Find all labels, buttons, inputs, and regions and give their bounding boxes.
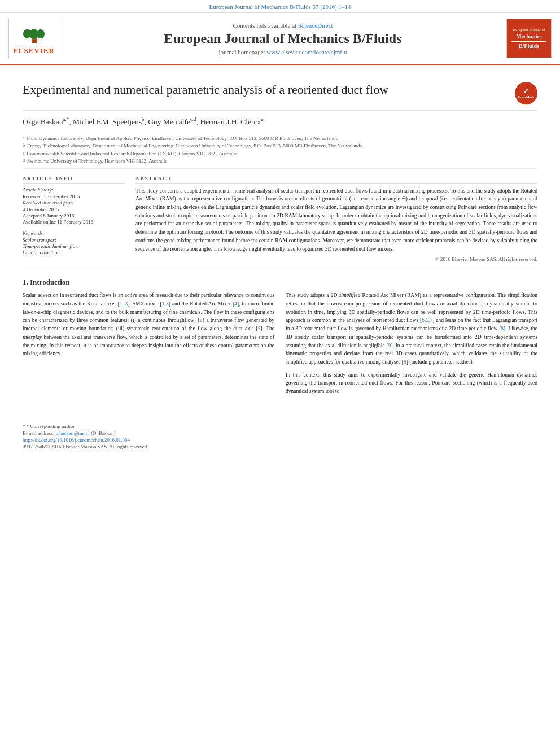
keyword-3: Chaotic advection	[23, 250, 124, 255]
journal-header: ELSEVIER Contents lists available at Sci…	[0, 13, 560, 65]
author-1-sup: a,*	[63, 116, 69, 122]
logo-journal-line2: Mechanics	[509, 33, 549, 40]
journal-homepage-link[interactable]: www.elsevier.com/locate/ejmflu	[266, 49, 347, 55]
affil-4-sup: d	[23, 158, 25, 165]
authors-section: Ozge Baskana,*, Michel F.M. Speetjensb, …	[23, 111, 537, 132]
journal-title: European Journal of Mechanics B/Fluids	[71, 31, 495, 46]
author-4-sup: a	[261, 116, 263, 122]
abstract-header: Abstract	[135, 176, 537, 184]
crossmark-inner: ✓ CrossMark	[518, 87, 534, 99]
authors-line: Ozge Baskana,*, Michel F.M. Speetjensb, …	[23, 116, 537, 126]
affil-4: d Swinburne University of Technology, Ha…	[23, 158, 537, 165]
ref-6-5-7[interactable]: 6,5,7	[422, 317, 432, 323]
corresponding-text: * Corresponding author.	[27, 423, 76, 429]
email-line: E-mail address: o.baskan@tue.nl (O. Bask…	[23, 430, 537, 436]
page: European Journal of Mechanics B/Fluids 5…	[0, 0, 560, 747]
doi-line: http://dx.doi.org/10.1016/j.euromechflu.…	[23, 437, 537, 443]
abstract-text: This study concerns a coupled experiment…	[135, 187, 537, 254]
revised-label: Received in revised form	[23, 200, 124, 206]
introduction-title: 1. Introduction	[23, 278, 537, 287]
article-title: Experimental and numerical parametric an…	[23, 82, 515, 98]
affil-4-text: Swinburne University of Technology, Hawt…	[27, 158, 167, 165]
author-3-sup: c,d	[190, 116, 196, 122]
email-suffix: (O. Baskan).	[91, 430, 117, 436]
ref-8[interactable]: 8	[501, 326, 504, 331]
top-journal-text: European Journal of Mechanics B/Fluids 5…	[209, 3, 351, 10]
journal-homepage: journal homepage: www.elsevier.com/locat…	[71, 49, 495, 55]
online-date: Available online 11 February 2016	[23, 219, 124, 225]
footer: * * Corresponding author. E-mail address…	[0, 409, 560, 455]
keywords-header: Keywords:	[23, 230, 124, 236]
affil-2-sup: b	[23, 142, 25, 150]
author-2-sup: b	[142, 116, 145, 122]
crossmark-badge: ✓ CrossMark	[515, 82, 537, 104]
history-label: Article history:	[23, 187, 124, 193]
right-col-p1: This study adopts a 2D simplified Rotate…	[286, 291, 537, 366]
ref-9[interactable]: 9	[388, 343, 391, 348]
affil-1: a Fluid Dynamics Laboratory, Department …	[23, 135, 537, 143]
abstract-paragraph: This study concerns a coupled experiment…	[135, 187, 537, 254]
right-column: This study adopts a 2D simplified Rotate…	[286, 291, 537, 400]
top-journal-bar: European Journal of Mechanics B/Fluids 5…	[0, 0, 560, 13]
elsevier-text: ELSEVIER	[11, 46, 56, 55]
keyword-2: Time-periodic laminar flow	[23, 243, 124, 249]
introduction-section: 1. Introduction Scalar advection in reor…	[23, 269, 537, 400]
crossmark-symbol: ✓	[518, 87, 534, 95]
header-center: Contents lists available at ScienceDirec…	[59, 22, 506, 55]
affil-3-text: Commonwealth Scientific and Industrial R…	[27, 150, 238, 158]
journal-logo-box: European Journal of Mechanics B/Fluids	[506, 19, 552, 58]
sciencedirect-link[interactable]: ScienceDirect	[298, 22, 333, 29]
copyright-line: © 2016 Elsevier Masson SAS. All rights r…	[135, 256, 537, 262]
contents-line: Contents lists available at ScienceDirec…	[71, 22, 495, 29]
doi-link[interactable]: http://dx.doi.org/10.1016/j.euromechflu.…	[23, 437, 130, 443]
affil-2-text: Energy Technology Laboratory, Department…	[27, 142, 362, 150]
ref-8b[interactable]: 8	[404, 359, 406, 365]
affil-2: b Energy Technology Laboratory, Departme…	[23, 142, 537, 150]
affil-3: c Commonwealth Scientific and Industrial…	[23, 150, 537, 158]
email-label: E-mail address:	[23, 430, 54, 436]
article-info-header: Article Info	[23, 176, 124, 184]
ref-1-3[interactable]: 1–3	[120, 301, 128, 307]
received-date: Received 8 September 2015	[23, 194, 124, 199]
main-content: Experimental and numerical parametric an…	[0, 65, 560, 409]
left-column: Scalar advection in reoriented duct flow…	[23, 291, 274, 400]
article-info-panel: Article Info Article history: Received 8…	[23, 176, 124, 263]
simplified-em: simplified	[339, 292, 360, 298]
article-body: Article Info Article history: Received 8…	[23, 169, 537, 270]
author-4-name: Herman J.H. Clercx	[200, 117, 261, 126]
elsevier-logo-box: ELSEVIER	[8, 19, 59, 58]
author-1-name: Ozge Baskan	[23, 117, 63, 126]
keywords-section: Keywords: Scalar transport Time-periodic…	[23, 230, 124, 255]
accepted-date: Accepted 8 January 2016	[23, 213, 124, 219]
asterisk: *	[23, 423, 27, 429]
affiliations: a Fluid Dynamics Laboratory, Department …	[23, 132, 537, 169]
logo-divider	[511, 41, 546, 42]
affil-1-sup: a	[23, 135, 25, 143]
affil-3-sup: c	[23, 150, 25, 158]
abstract-section: Abstract This study concerns a coupled e…	[135, 176, 537, 263]
issn-line: 0997-7546/© 2016 Elsevier Masson SAS. Al…	[23, 444, 537, 449]
section-title-text: Introduction	[30, 278, 70, 286]
corresponding-note: * * Corresponding author.	[23, 423, 537, 429]
section-number: 1.	[23, 278, 28, 286]
author-2-name: Michel F.M. Speetjens	[73, 117, 142, 126]
logo-journal-line3: B/Fluids	[509, 43, 549, 49]
footer-divider: * * Corresponding author. E-mail address…	[23, 420, 537, 449]
ref-1-3b[interactable]: 1,3	[162, 301, 169, 307]
article-title-section: Experimental and numerical parametric an…	[23, 73, 537, 111]
two-column-layout: Scalar advection in reoriented duct flow…	[23, 291, 537, 400]
ref-4[interactable]: 4	[234, 301, 237, 307]
affil-1-text: Fluid Dynamics Laboratory, Department of…	[27, 135, 338, 143]
svg-point-2	[23, 29, 31, 38]
elsevier-logo-left: ELSEVIER	[8, 19, 59, 58]
svg-point-3	[37, 29, 45, 38]
svg-rect-4	[33, 40, 36, 43]
journal-logo-right: European Journal of Mechanics B/Fluids	[506, 19, 552, 58]
logo-journal-line1: European Journal of	[509, 28, 549, 32]
email-link[interactable]: o.baskan@tue.nl	[55, 430, 89, 436]
interplay-em: interplay	[23, 334, 42, 340]
revised-date: 4 December 2015	[23, 207, 124, 212]
ref-5[interactable]: 5	[258, 326, 261, 331]
left-col-text: Scalar advection in reoriented duct flow…	[23, 291, 274, 358]
keyword-1: Scalar transport	[23, 237, 124, 243]
